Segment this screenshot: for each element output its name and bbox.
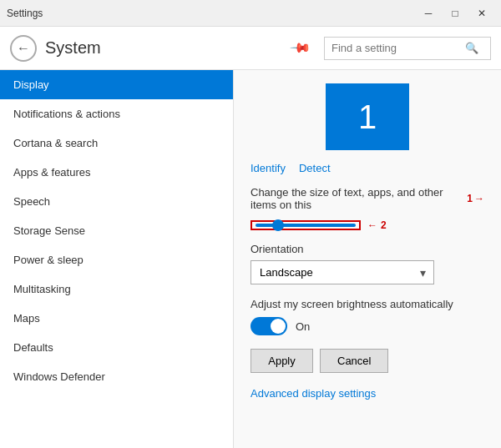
sidebar-label-storage: Storage Sense [13,224,85,237]
cancel-button[interactable]: Cancel [320,349,388,373]
arrow-right-icon: → [474,193,484,204]
toggle-label: On [296,320,310,333]
orientation-select[interactable]: Landscape Portrait Landscape (flipped) P… [250,260,434,284]
sidebar-label-display: Display [13,78,49,91]
arrow-left-icon: ← [367,219,377,231]
orientation-label: Orientation [250,243,484,255]
maximize-button[interactable]: □ [443,5,468,22]
display-preview: 1 [250,83,484,150]
close-button[interactable]: ✕ [469,5,494,22]
apply-button[interactable]: Apply [250,349,313,373]
detect-link[interactable]: Detect [299,162,331,174]
brightness-toggle[interactable] [250,317,287,335]
header: ← System 📌 🔍 [0,27,501,70]
sidebar-item-maps[interactable]: Maps [0,304,233,333]
slider-box [250,220,361,230]
search-input[interactable] [331,42,465,54]
identify-link[interactable]: Identify [250,162,286,174]
sidebar-item-apps[interactable]: Apps & features [0,158,233,187]
title-bar: Settings ─ □ ✕ [0,0,501,27]
sidebar-label-apps: Apps & features [13,166,91,179]
slider-annotation: ← 2 [367,219,387,231]
display-thumbnail: 1 [326,83,409,150]
slider-row: ← 2 [250,219,484,231]
back-button[interactable]: ← [10,35,37,62]
sidebar-label-cortana: Cortana & search [13,137,98,149]
sidebar-label-multitasking: Multitasking [13,283,71,295]
sidebar-label-defaults: Defaults [13,341,53,354]
sidebar-item-display[interactable]: Display [0,70,233,99]
minimize-button[interactable]: ─ [416,5,441,22]
arrow-label: 1 [467,193,473,204]
app-container: ← System 📌 🔍 Display Notifications & act… [0,27,501,448]
content-panel: 1 Identify Detect Change the size of tex… [234,70,501,448]
sidebar-label-notifications: Notifications & actions [13,108,120,120]
arrow-annotation-1: 1 → [467,193,484,204]
slider-track[interactable] [256,224,356,227]
pin-icon: 📌 [289,37,312,60]
back-icon: ← [17,41,30,56]
toggle-row: On [250,317,484,335]
change-text-description: Change the size of text, apps, and other… [250,186,463,211]
sidebar-item-notifications[interactable]: Notifications & actions [0,99,233,128]
window-title: Settings [7,8,416,19]
display-number: 1 [358,98,377,136]
sidebar-item-defender[interactable]: Windows Defender [0,362,233,391]
sidebar-item-defaults[interactable]: Defaults [0,333,233,362]
search-box[interactable]: 🔍 [324,37,491,60]
advanced-display-settings-link[interactable]: Advanced display settings [250,387,376,400]
toggle-knob [271,319,286,334]
description-row: Change the size of text, apps, and other… [250,186,484,211]
links-row: Identify Detect [250,162,484,174]
brightness-label: Adjust my screen brightness automaticall… [250,298,484,310]
sidebar-label-defender: Windows Defender [13,370,105,383]
slider-thumb[interactable] [272,219,284,231]
sidebar-label-maps: Maps [13,312,40,325]
slider-label-2: 2 [381,219,387,231]
search-icon: 🔍 [465,42,478,54]
sidebar-item-cortana[interactable]: Cortana & search [0,128,233,158]
sidebar-item-power[interactable]: Power & sleep [0,245,233,274]
main-content: Display Notifications & actions Cortana … [0,70,501,448]
sidebar: Display Notifications & actions Cortana … [0,70,234,448]
page-title: System [45,38,284,58]
sidebar-item-multitasking[interactable]: Multitasking [0,274,233,304]
window-controls: ─ □ ✕ [416,5,494,22]
sidebar-item-storage[interactable]: Storage Sense [0,216,233,245]
orientation-select-wrapper: Landscape Portrait Landscape (flipped) P… [250,260,434,284]
sidebar-item-speech[interactable]: Speech [0,187,233,216]
button-row: Apply Cancel [250,349,484,373]
sidebar-label-speech: Speech [13,195,50,208]
sidebar-label-power: Power & sleep [13,254,84,266]
